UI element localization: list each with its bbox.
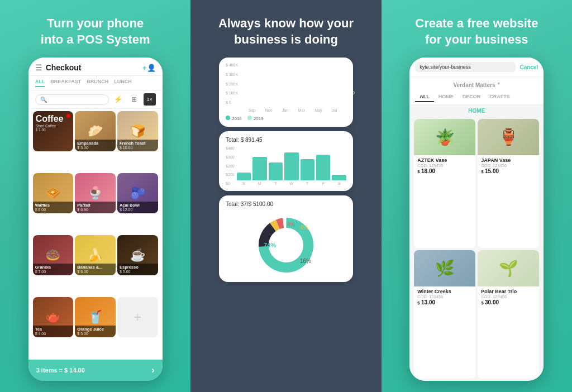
donut-label-74: 74% [264, 242, 276, 248]
aztek-name: AZTEK Vase [417, 157, 472, 163]
url-bar: kyte.site/your-business Cancel [409, 58, 544, 77]
oj-label: Orange Juice $ 5.00 [75, 326, 116, 337]
right-title: Create a free website for your business [415, 16, 538, 47]
nav-home[interactable]: HOME [434, 92, 458, 102]
donut-label-16: 16% [300, 258, 311, 264]
aztek-img: 🪴 [414, 119, 475, 155]
product-aztek[interactable]: 🪴 AZTEK Vase COD. 123456 $ 18.00 [414, 119, 475, 247]
pos-item-toast[interactable]: 🍞 French Toast $ 10.00 [117, 111, 158, 151]
right-column: Create a free website for your business … [382, 0, 572, 392]
pos-item-espresso[interactable]: ☕ Espresso $ 5.00 [117, 235, 158, 275]
search-input[interactable]: 🔍 [35, 94, 109, 105]
japan-img: 🏺 [478, 119, 539, 155]
pos-item-waffle[interactable]: 🧇 Waffles $ 6.00 [33, 173, 74, 213]
aztek-price: $ 18.00 [417, 168, 472, 174]
donut-total: Total: 37/$ 5100.00 [226, 201, 346, 207]
pos-phone: ☰ Checkout +👤 ALL BREAKFAST BRUNCH LUNCH… [28, 58, 163, 381]
product-japan[interactable]: 🏺 JAPAN Vase COD. 123456 $ 15.00 [478, 119, 539, 247]
japan-cod: COD. 123456 [481, 163, 536, 168]
donut-chart-card: Total: 37/$ 5100.00 74% 16% 4% 4% [219, 195, 353, 282]
donut-svg: 74% 16% 4% 4% [247, 213, 325, 274]
tab-all[interactable]: ALL [35, 79, 45, 87]
winter-info: Winter Creeks COD. 123456 $ 13.00 [414, 286, 475, 309]
weekly-bar-mon: M [252, 157, 266, 185]
pos-item-banana[interactable]: 🍌 Bananas &... $ 6.00 [75, 235, 116, 275]
left-title: Turn your phone into a POS System [41, 16, 150, 47]
filter-icon[interactable]: 1× [144, 93, 156, 106]
espresso-label: Espresso $ 5.00 [117, 264, 158, 275]
charts-container: $ 400K $ 300K $ 200K $ 100K $ 0 [219, 58, 353, 381]
tab-brunch[interactable]: BRUNCH [87, 79, 108, 87]
granola-label: Granola $ 7.00 [33, 264, 74, 275]
pos-tabs: ALL BREAKFAST BRUNCH LUNCH [28, 76, 163, 90]
nav-crafts[interactable]: CRAFTS [485, 92, 514, 102]
weekly-bars: S M T W T [237, 146, 346, 185]
pos-add-button[interactable]: +👤 [142, 64, 156, 72]
tab-breakfast[interactable]: BREAKFAST [50, 79, 81, 87]
nav-all[interactable]: ALL [415, 92, 434, 102]
donut-label-4b: 4% [287, 222, 295, 228]
japan-name: JAPAN Vase [481, 157, 536, 163]
weekly-bar-wed: W [284, 152, 298, 185]
pos-item-granola[interactable]: 🍩 Granola $ 7.00 [33, 235, 74, 275]
empanada-label: Empanada $ 5.00 [75, 140, 116, 151]
winter-cod: COD. 123456 [417, 294, 472, 299]
toast-label: French Toast $ 10.00 [117, 140, 158, 151]
annual-chart-card: $ 400K $ 300K $ 200K $ 100K $ 0 [219, 58, 353, 127]
acai-label: Açaí Bowl $ 12.00 [117, 202, 158, 213]
x-axis-labels: Sep Nov Jan Mar May Jul [244, 108, 342, 112]
winter-img: 🌿 [414, 250, 475, 286]
cancel-button[interactable]: Cancel [520, 64, 538, 70]
nav-decor[interactable]: DECOR [458, 92, 485, 102]
url-input[interactable]: kyte.site/your-business [415, 62, 515, 72]
pos-item-oj[interactable]: 🥤 Orange Juice $ 5.00 [75, 297, 116, 337]
weekly-total: Total: $ 891.45 [226, 137, 346, 143]
web-section-title: HOME [409, 105, 544, 117]
website-phone: kyte.site/your-business Cancel Verdant M… [409, 58, 544, 381]
pos-add-item[interactable]: + [117, 297, 158, 337]
pos-search-row: 🔍 ⚡ ⊞ 1× [28, 90, 163, 109]
pos-item-acai[interactable]: 🫐 Açaí Bowl $ 12.00 [117, 173, 158, 213]
middle-title: Always know how your business is doing [218, 16, 354, 47]
pos-item-empanada[interactable]: 🥟 Empanada $ 5.00 [75, 111, 116, 151]
pos-item-parfait[interactable]: 🍨 Parfait $ 6.90 [75, 173, 116, 213]
legend-dot-2019 [247, 116, 252, 120]
tab-lunch[interactable]: LUNCH [114, 79, 132, 87]
pos-header: ☰ Checkout +👤 [28, 58, 163, 76]
waffle-label: Waffles $ 6.00 [33, 202, 74, 213]
chart-chevron-icon[interactable]: › [352, 88, 355, 97]
proceed-arrow[interactable]: › [151, 365, 154, 375]
product-winter[interactable]: 🌿 Winter Creeks COD. 123456 $ 13.00 [414, 250, 475, 379]
pos-product-grid: Coffee Short Coffee $ 1.00 🥟 Empanada $ … [28, 109, 163, 360]
winter-price: $ 13.00 [417, 299, 472, 305]
winter-name: Winter Creeks [417, 289, 472, 294]
parfait-label: Parfait $ 6.90 [75, 202, 116, 213]
web-products-grid: 🪴 AZTEK Vase COD. 123456 $ 18.00 🏺 JAPAN… [409, 117, 544, 381]
middle-column: Always know how your business is doing $… [190, 0, 381, 392]
product-polar[interactable]: 🌱 Polar Bear Trio COD. 123456 $ 30.00 [478, 250, 539, 379]
y-axis-labels: $ 400K $ 300K $ 200K $ 100K $ 0 [226, 63, 241, 104]
pos-item-coffee[interactable]: Coffee Short Coffee $ 1.00 [33, 111, 74, 151]
legend-dot-2018 [226, 116, 230, 120]
donut-label-4a: 4% [300, 224, 308, 231]
weekly-bar-sun: S [237, 173, 251, 185]
pos-footer[interactable]: 3 items = $ 14.00 › [28, 360, 163, 381]
weekly-bar-sat: S [332, 175, 346, 185]
grid-icon[interactable]: ⊞ [128, 93, 140, 106]
pos-item-tea[interactable]: 🫖 Tea $ 4.00 [33, 297, 74, 337]
chart-legend: 2018 2019 [226, 116, 346, 121]
hamburger-icon[interactable]: ☰ [35, 63, 42, 72]
pos-title: Checkout [46, 63, 82, 72]
japan-info: JAPAN Vase COD. 123456 $ 15.00 [478, 155, 539, 178]
cart-summary: 3 items = $ 14.00 [36, 367, 85, 374]
tea-label: Tea $ 4.00 [33, 326, 74, 337]
weekly-bar-thu: T [301, 159, 314, 185]
pos-header-left: ☰ Checkout [35, 63, 82, 72]
japan-price: $ 15.00 [481, 168, 536, 174]
left-column: Turn your phone into a POS System ☰ Chec… [0, 0, 190, 392]
polar-name: Polar Bear Trio [481, 289, 536, 294]
lightning-icon[interactable]: ⚡ [112, 93, 125, 106]
donut-chart-wrap: 74% 16% 4% 4% [226, 211, 346, 276]
polar-info: Polar Bear Trio COD. 123456 $ 30.00 [478, 286, 539, 309]
weekly-chart-area: $400 $300 $200 $100 $0 S M [226, 146, 346, 185]
